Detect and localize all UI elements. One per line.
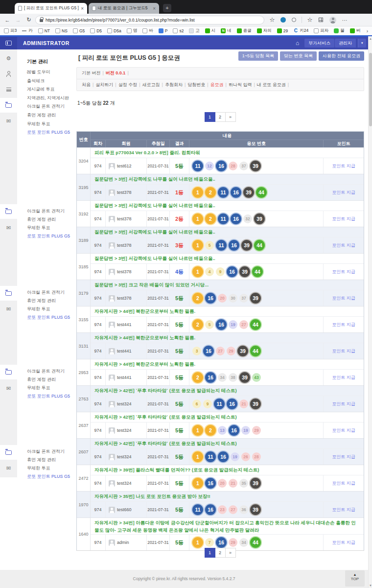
- extension-icon[interactable]: [280, 17, 286, 23]
- browser-tab-active[interactable]: [ 피리 로또 포인트 PLUS G5 ] 응 ×: [15, 3, 87, 14]
- sidebar-item[interactable]: 지역관리, 지역게시판: [27, 95, 69, 101]
- scroll-down-arrow[interactable]: ▼: [369, 584, 372, 587]
- page-button[interactable]: 2: [215, 112, 226, 122]
- sidebar-item[interactable]: 로또 포인트 PLUS G5: [27, 233, 70, 239]
- give-point-link[interactable]: 포인트 지급: [332, 427, 355, 434]
- sidebar-item[interactable]: 아크릴 폰트 견적기: [27, 208, 65, 214]
- plugin-nav-link[interactable]: 당첨번호: [187, 82, 205, 87]
- collections-icon[interactable]: [319, 18, 323, 22]
- rail-item-mail[interactable]: ✉: [0, 461, 17, 475]
- extra-services-button[interactable]: 부가서비스: [304, 39, 334, 47]
- bookmark-item[interactable]: 카: [22, 28, 33, 34]
- rail-item-mail[interactable]: ✉: [0, 302, 17, 316]
- extension-icon[interactable]: [292, 18, 296, 22]
- bookmark-item[interactable]: 피자: [314, 28, 328, 34]
- give-point-link[interactable]: 포인트 지급: [332, 375, 355, 381]
- plugin-nav-link[interactable]: 응모권: [210, 82, 224, 87]
- rail-item-mail[interactable]: ✉: [0, 220, 17, 235]
- bookmark-item[interactable]: NS: [55, 28, 68, 33]
- give-point-link[interactable]: 포인트 지급: [332, 454, 355, 460]
- rail-item-plugins[interactable]: [0, 204, 17, 219]
- favorite-star-icon[interactable]: ☆: [267, 16, 277, 24]
- sidebar-item[interactable]: 무제한 투표: [27, 225, 50, 231]
- bookmark-item[interactable]: 버: [350, 28, 361, 34]
- sidebar-item[interactable]: 무제한 투표: [27, 306, 50, 312]
- bookmark-item[interactable]: 바: [142, 28, 153, 34]
- plugin-nav-link[interactable]: 설정 수정: [118, 82, 138, 87]
- rail-item-plugins-active[interactable]: [0, 98, 17, 113]
- plugin-nav-link[interactable]: 처음: [82, 82, 91, 87]
- bookmark-item[interactable]: D5a: [107, 28, 121, 33]
- plugin-nav-link[interactable]: 하나씩 입력: [229, 82, 252, 87]
- win-list-button[interactable]: 1~5등 당첨 목록: [238, 51, 278, 61]
- bookmark-item[interactable]: 자의: [257, 28, 272, 34]
- sidebar-item[interactable]: 로또 포인트 PLUS G5: [27, 129, 70, 136]
- match-number-list-button[interactable]: 맞는 번호 목록: [280, 51, 317, 61]
- scroll-top-button[interactable]: ▲ TOP: [345, 570, 365, 587]
- page-button[interactable]: 1: [205, 548, 215, 558]
- new-tab-button[interactable]: +: [163, 4, 171, 12]
- plugin-nav-link[interactable]: 새로고침: [142, 82, 160, 87]
- bookmark-item[interactable]: 네: [221, 28, 232, 34]
- bookmark-item[interactable]: D5: [90, 28, 102, 33]
- sidebar-item[interactable]: 아크릴 폰트 견적기: [27, 103, 65, 110]
- give-point-link[interactable]: 포인트 지급: [332, 295, 355, 302]
- plugin-nav-link[interactable]: 추첨회차: [165, 82, 183, 87]
- more-menu-icon[interactable]: ···: [340, 17, 349, 23]
- tab-close-icon[interactable]: ×: [81, 6, 84, 11]
- give-point-link[interactable]: 포인트 지급: [332, 322, 355, 328]
- plugin-nav-link[interactable]: 설치하기: [95, 82, 113, 87]
- favorites-bar-icon[interactable]: ☆: [305, 16, 315, 24]
- give-point-link[interactable]: 포인트 지급: [332, 189, 355, 196]
- plugin-nav-link[interactable]: 내 로또 응모권: [257, 82, 286, 87]
- give-point-link[interactable]: 포인트 지급: [332, 216, 355, 222]
- next-page-button[interactable]: »: [225, 548, 236, 558]
- bookmark-item[interactable]: 중글: [237, 28, 252, 34]
- rail-item-members[interactable]: [0, 67, 17, 81]
- give-point-link[interactable]: 포인트 지급: [332, 163, 355, 169]
- sidebar-item[interactable]: 아크릴 폰트 견적기: [27, 448, 65, 455]
- sidebar-item[interactable]: 아크릴 폰트 견적기: [27, 289, 65, 296]
- sidebar-item[interactable]: 휴먼 계정 관리: [27, 112, 56, 118]
- sidebar-item[interactable]: 레벨 도우미: [27, 69, 50, 75]
- sidebar-item[interactable]: 휴먼 계정 관리: [27, 216, 56, 223]
- sidebar-item[interactable]: 로또 포인트 PLUS G5: [27, 473, 70, 480]
- back-icon[interactable]: ←: [2, 17, 13, 23]
- refresh-icon[interactable]: ↻: [23, 17, 34, 23]
- sidebar-item[interactable]: 휴먼 계정 관리: [27, 376, 56, 383]
- rail-item-mail[interactable]: ✉: [0, 114, 17, 128]
- give-point-link[interactable]: 포인트 지급: [332, 242, 355, 249]
- give-point-link[interactable]: 포인트 지급: [332, 348, 355, 354]
- bookmark-item[interactable]: G5: [73, 28, 85, 33]
- rail-item-plugins[interactable]: [0, 286, 17, 301]
- give-point-link[interactable]: 포인트 지급: [332, 401, 355, 407]
- next-page-button[interactable]: »: [225, 112, 236, 122]
- sidebar-item[interactable]: 무제한 투표: [27, 465, 50, 471]
- sidebar-item[interactable]: 무제한 투표: [27, 121, 50, 127]
- bookmark-item[interactable]: 명: [127, 28, 138, 34]
- bookmark-item[interactable]: NT: [38, 28, 50, 33]
- bookmarks-overflow-icon[interactable]: ›: [367, 28, 368, 34]
- sidebar-toggle-button[interactable]: [0, 37, 17, 49]
- bookmark-item[interactable]: P: [159, 28, 168, 33]
- home-icon[interactable]: ⌂: [296, 40, 299, 47]
- rail-item-plugins[interactable]: [0, 445, 17, 460]
- rail-item-boards[interactable]: [0, 82, 17, 97]
- bookmark-item[interactable]: s2: [173, 28, 184, 33]
- sidebar-item[interactable]: 게시글에 투표: [27, 86, 55, 93]
- scroll-up-arrow[interactable]: ▲: [369, 37, 372, 40]
- sidebar-item[interactable]: 아크릴 폰트 견적기: [27, 368, 65, 375]
- used-coupons-button[interactable]: 사용한 전체 응모권: [319, 51, 364, 61]
- give-point-link[interactable]: 포인트 지급: [332, 540, 355, 546]
- rail-item-mail[interactable]: ✉: [0, 381, 17, 396]
- bookmark-item[interactable]: 키24: [293, 28, 308, 34]
- sidebar-item[interactable]: 무제한 투표: [27, 385, 50, 391]
- give-point-link[interactable]: 포인트 지급: [332, 507, 355, 513]
- bookmark-item[interactable]: 고: [189, 28, 200, 34]
- bookmark-item[interactable]: 피3: [4, 28, 17, 34]
- browser-tab-inactive[interactable]: 내 로또 응모권 | 그누보드5 ×: [89, 3, 159, 14]
- rail-item-plugins[interactable]: [0, 365, 17, 379]
- scrollbar-track[interactable]: ▲ ▼: [368, 36, 372, 588]
- give-point-link[interactable]: 포인트 지급: [332, 269, 355, 275]
- forward-icon[interactable]: →: [13, 17, 23, 23]
